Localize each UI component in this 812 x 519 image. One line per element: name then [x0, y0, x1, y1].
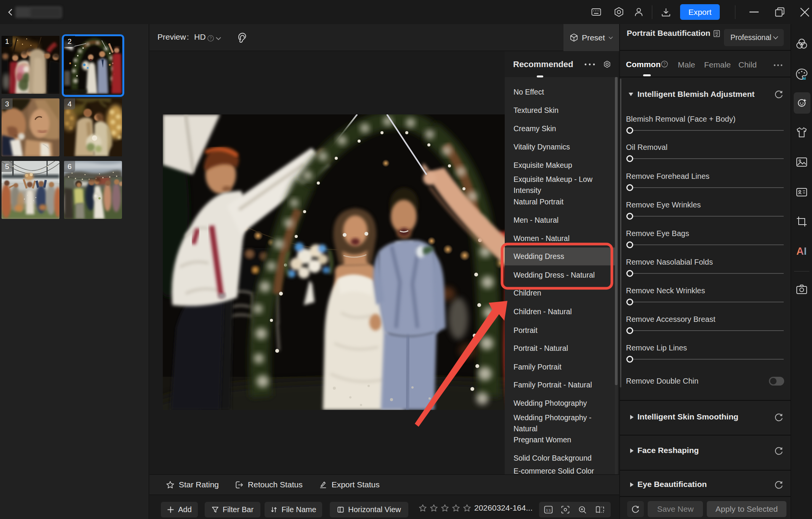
- svg-text:ai: ai: [802, 76, 806, 80]
- svg-text:1:1: 1:1: [546, 508, 551, 512]
- svg-text:?: ?: [210, 36, 212, 40]
- svg-text:?: ?: [663, 62, 666, 66]
